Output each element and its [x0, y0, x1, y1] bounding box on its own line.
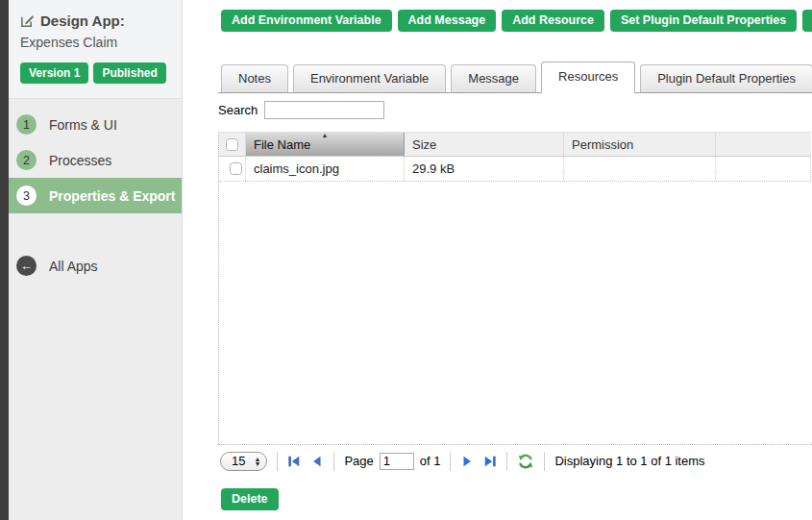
left-dark-rail [0, 0, 9, 520]
set-plugin-default-properties-button[interactable]: Set Plugin Default Properties [610, 10, 797, 32]
select-all-cell [219, 133, 246, 156]
resources-table: ▲ File Name Size Permission claims_icon.… [218, 132, 811, 444]
pager-status: Displaying 1 to 1 of 1 items [554, 454, 704, 468]
page-title: Design App: [40, 12, 125, 29]
tab-message[interactable]: Message [451, 64, 536, 92]
design-app-page: Design App: Expenses Claim Version 1 Pub… [0, 0, 812, 520]
sidebar-item-processes[interactable]: 2 Processes [9, 142, 182, 178]
pager-divider [333, 452, 334, 471]
last-page-icon[interactable] [483, 455, 497, 468]
sidebar-header: Design App: Expenses Claim Version 1 Pub… [9, 0, 182, 99]
step-2-circle: 2 [16, 150, 37, 170]
table-row[interactable]: claims_icon.jpg 29.9 kB [219, 157, 811, 182]
tab-bar: Notes Environment Variable Message Resou… [218, 62, 812, 93]
select-all-checkbox[interactable] [226, 138, 238, 151]
all-apps-label: All Apps [49, 259, 98, 274]
published-badge[interactable]: Published [93, 62, 165, 84]
sidebar-item-label: Properties & Export [49, 188, 175, 204]
sidebar-item-label: Processes [49, 153, 111, 168]
page-size-select[interactable]: 15 ▲▼ [220, 452, 267, 471]
column-header-file-name[interactable]: ▲ File Name [246, 133, 405, 156]
pagination-bar: 15 ▲▼ Page of 1 [218, 444, 812, 475]
page-size-value: 15 [232, 454, 245, 468]
permission-cell [564, 157, 716, 181]
column-header-size[interactable]: Size [405, 133, 564, 156]
page-of-label: of 1 [420, 454, 441, 468]
row-checkbox[interactable] [230, 162, 242, 175]
extra-cell [716, 157, 811, 181]
page-label: Page [344, 454, 373, 468]
back-arrow-icon: ← [16, 256, 37, 276]
tab-resources[interactable]: Resources [541, 62, 635, 93]
next-page-icon[interactable] [460, 455, 474, 468]
table-header-row: ▲ File Name Size Permission [219, 132, 811, 157]
add-resource-button[interactable]: Add Resource [502, 10, 604, 32]
sidebar-item-label: Forms & UI [49, 117, 117, 133]
sort-asc-icon: ▲ [322, 132, 329, 139]
sidebar-item-forms-ui[interactable]: 1 Forms & UI [9, 107, 182, 142]
file-name-cell: claims_icon.jpg [246, 157, 405, 181]
first-page-icon[interactable] [287, 455, 301, 468]
sidebar-item-all-apps[interactable]: ← All Apps [9, 248, 182, 284]
select-stepper-icon: ▲▼ [254, 457, 260, 466]
row-checkbox-cell [219, 157, 246, 181]
pager-divider [450, 452, 451, 471]
column-header-permission[interactable]: Permission [564, 133, 716, 156]
add-environment-variable-button[interactable]: Add Environment Variable [221, 10, 392, 32]
app-name: Expenses Claim [20, 35, 170, 50]
pager-divider [544, 452, 545, 471]
column-header-extra [716, 133, 811, 156]
edit-icon [20, 13, 35, 28]
sidebar-item-properties-export[interactable]: 3 Properties & Export [9, 178, 182, 213]
add-message-button[interactable]: Add Message [398, 10, 497, 32]
sidebar: Design App: Expenses Claim Version 1 Pub… [9, 0, 183, 520]
prev-page-icon[interactable] [310, 455, 324, 468]
search-bar: Search [218, 101, 384, 119]
pager-divider [506, 452, 507, 471]
step-3-circle: 3 [16, 186, 37, 206]
version-badge[interactable]: Version 1 [20, 62, 88, 84]
tab-environment-variable[interactable]: Environment Variable [293, 64, 446, 92]
size-cell: 29.9 kB [405, 157, 564, 181]
page-number-input[interactable] [380, 453, 414, 470]
sidebar-nav: 1 Forms & UI 2 Processes 3 Properties & … [9, 99, 182, 284]
refresh-icon[interactable] [517, 453, 534, 470]
pager-divider [277, 452, 278, 471]
tab-notes[interactable]: Notes [221, 64, 288, 92]
search-input[interactable] [264, 101, 384, 119]
step-1-circle: 1 [16, 114, 37, 135]
toolbar: Add Environment Variable Add Message Add… [221, 10, 812, 32]
tab-plugin-default-properties[interactable]: Plugin Default Properties [640, 64, 812, 92]
export-button[interactable]: Export [802, 10, 812, 32]
delete-button[interactable]: Delete [221, 488, 279, 510]
search-label: Search [218, 103, 258, 117]
